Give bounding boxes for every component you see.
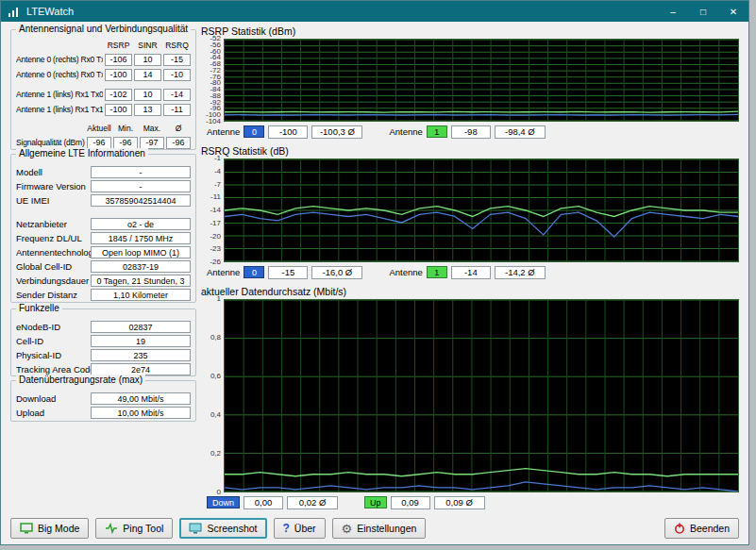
funkzelle-value: 19 <box>91 335 191 347</box>
antenna-label: Antenne 0 (rechts) Rx0 Tx0 <box>16 55 103 64</box>
signal-value: -11 <box>163 104 191 116</box>
y-axis-tick-label: -14 <box>210 207 221 214</box>
minimize-button[interactable]: – <box>658 1 688 22</box>
antenna-label: Antenne 1 (links) Rx1 Tx1 <box>16 105 103 114</box>
lte-info-value: Open loop MIMO (1) <box>91 246 191 258</box>
antenna-signal-row: Antenne 1 (links) Rx1 Tx1-10013-11 <box>16 103 191 116</box>
datenrate-row: Upload10,00 Mbit/s <box>16 407 191 419</box>
series-stats-group: Antenne0-15-16,0 Ø <box>207 266 362 279</box>
title-bar[interactable]: LTEWatch – □ ✕ <box>1 1 748 22</box>
antenna-signal-rows: Antenne 0 (rechts) Rx0 Tx0-10610-15Anten… <box>16 53 191 116</box>
antenna-label: Antenne 1 (links) Rx1 Tx0 <box>16 90 103 99</box>
series-average-value: 0,09 Ø <box>434 496 485 509</box>
lte-info-label: Antennentechnologie <box>16 247 91 258</box>
maximize-button[interactable]: □ <box>688 1 718 22</box>
antenna-label: Antenne 0 (rechts) Rx0 Tx1 <box>16 70 103 79</box>
lte-info-value: 1,10 Kilometer <box>91 289 191 301</box>
y-axis-tick-label: 0,6 <box>210 373 221 380</box>
funkzelle-value: 235 <box>91 349 191 361</box>
about-button[interactable]: ? Über <box>274 518 326 539</box>
series-line-antenne-1 <box>225 207 738 217</box>
signal-value: -10 <box>163 69 191 81</box>
settings-button[interactable]: ⚙ Einstellungen <box>332 518 427 539</box>
rsrp-chart: RSRP Statistik (dBm) -52-56-60-64-68-72-… <box>201 25 739 139</box>
datenrate-value: 10,00 Mbit/s <box>91 407 191 419</box>
signal-value: 10 <box>134 89 161 101</box>
series-current-value: -98 <box>451 125 491 139</box>
funkzelle-label: Cell-ID <box>16 336 91 346</box>
screenshot-button[interactable]: Screenshot <box>179 518 266 539</box>
window-title: LTEWatch <box>26 6 658 17</box>
charts-panel: RSRP Statistik (dBm) -52-56-60-64-68-72-… <box>201 25 739 516</box>
button-label: Über <box>294 523 316 534</box>
funkzelle-rows: eNodeB-ID02837Cell-ID19Physical-ID235Tra… <box>16 321 191 375</box>
series-average-value: -16,0 Ø <box>311 266 362 279</box>
throughput-plot-area <box>224 299 739 492</box>
datenrate-label: Download <box>16 393 91 404</box>
lte-info-group: Allgemeine LTE Informationen Modell-Firm… <box>10 154 196 303</box>
y-axis-labels: -52-56-60-64-68-72-76-80-84-88-92-96-100… <box>201 39 224 122</box>
lte-info-row: Global Cell-ID02837-19 <box>16 260 191 273</box>
lte-info-label: Netzanbieter <box>16 219 91 229</box>
app-window: LTEWatch – □ ✕ Antennensignal und Verbin… <box>0 0 749 545</box>
y-axis-tick-label: -26 <box>210 258 221 266</box>
chart-title: RSRP Statistik (dBm) <box>201 25 739 37</box>
window-content: Antennensignal und Verbindungsqualität R… <box>1 22 748 544</box>
datenrate-value: 49,00 Mbit/s <box>91 392 191 405</box>
y-axis-tick-label: 0,2 <box>210 450 221 458</box>
rsrp-stats-row: Antenne0-100-100,3 ØAntenne1-98-98,4 Ø <box>201 125 739 139</box>
series-line-down <box>225 482 738 492</box>
series-average-value: -100,3 Ø <box>311 125 362 139</box>
antenna-signal-row: Antenne 0 (rechts) Rx0 Tx1-10014-10 <box>16 68 191 81</box>
lte-info-label: Modell <box>16 167 91 177</box>
series-current-value: 0,00 <box>244 496 283 509</box>
series-average-value: -98,4 Ø <box>495 125 546 139</box>
lte-info-label: Verbindungsdauer <box>16 275 91 286</box>
series-line-up <box>225 469 738 476</box>
button-label: Beenden <box>690 523 730 534</box>
series-average-value: 0,02 Ø <box>287 496 338 509</box>
y-axis-tick-label: -20 <box>210 233 221 241</box>
col-header-max: Max. <box>140 124 164 133</box>
series-name-label: Antenne <box>207 267 240 277</box>
datenrate-group: Datenübertragungsrate (max) Download49,0… <box>10 380 196 422</box>
col-header-rsrp: RSRP <box>105 41 132 50</box>
quality-max: -97 <box>140 137 164 149</box>
close-button[interactable]: ✕ <box>718 1 748 22</box>
lte-info-row: Sender Distanz1,10 Kilometer <box>16 289 191 301</box>
col-header-aktuell: Aktuell <box>87 124 111 133</box>
y-axis-tick-label: -4 <box>214 168 221 175</box>
ping-tool-button[interactable]: Ping Tool <box>95 518 173 539</box>
lte-info-label: Global Cell-ID <box>16 261 91 272</box>
antenna-signal-row: Antenne 1 (links) Rx1 Tx0-10210-14 <box>16 88 191 101</box>
lte-info-row: Frequenz DL/UL1845 / 1750 MHz <box>16 232 191 244</box>
series-color-badge: 0 <box>244 266 264 278</box>
ping-tool-icon <box>105 523 118 534</box>
series-current-value: -100 <box>268 125 308 139</box>
lte-info-value: 0 Tagen, 21 Stunden, 3 <box>91 275 191 287</box>
lte-info-value: - <box>91 180 191 192</box>
y-axis-tick-label: -7 <box>214 181 221 189</box>
throughput-chart: aktueller Datendurchsatz (Mbit/s) 10,80,… <box>201 286 739 509</box>
button-label: Screenshot <box>207 523 257 534</box>
lte-info-label: Sender Distanz <box>16 290 91 300</box>
series-line-antenne-1 <box>225 111 738 112</box>
lte-info-row: Modell- <box>16 166 191 178</box>
series-average-value: -14,2 Ø <box>495 266 546 279</box>
y-axis-tick-label: -104 <box>206 118 221 125</box>
series-line-antenne-0 <box>225 114 738 115</box>
signal-value: -100 <box>105 69 132 81</box>
quit-button[interactable]: Beenden <box>664 518 739 539</box>
quality-col-headers: Aktuell Min. Max. Ø <box>16 123 191 134</box>
quality-current: -96 <box>87 137 111 149</box>
signal-value: 14 <box>134 69 161 81</box>
about-icon: ? <box>283 522 290 535</box>
button-label: Einstellungen <box>357 523 416 534</box>
funkzelle-group: Funkzelle eNodeB-ID02837Cell-ID19Physica… <box>10 308 196 376</box>
quality-min: -96 <box>113 137 138 149</box>
y-axis-tick-label: 0,4 <box>210 411 221 419</box>
big-mode-button[interactable]: Big Mode <box>10 518 89 539</box>
signal-quality-group: Antennensignal und Verbindungsqualität R… <box>10 29 196 150</box>
y-axis-tick-label: 0,8 <box>210 334 221 342</box>
y-axis-tick-label: 1 <box>217 295 221 303</box>
